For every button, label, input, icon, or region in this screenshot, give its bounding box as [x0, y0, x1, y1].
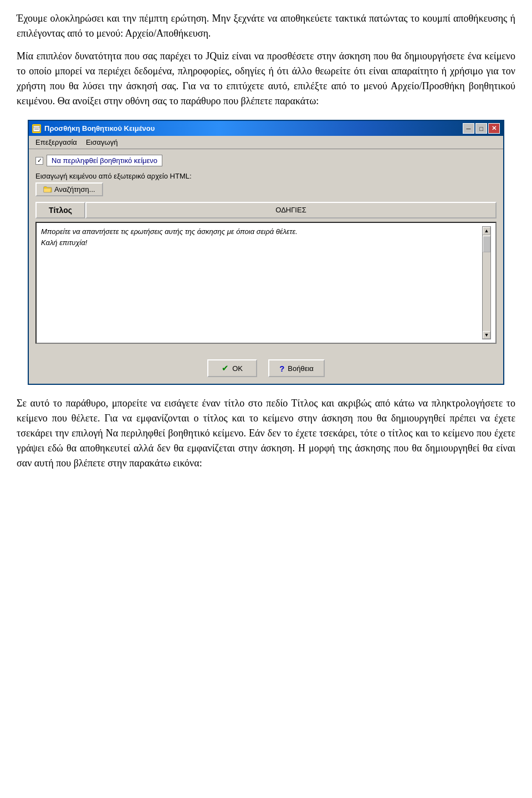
checkbox-label: Να περιληφθεί βοηθητικό κείμενο: [47, 155, 162, 166]
scrollbar-down-arrow[interactable]: ▼: [483, 331, 490, 339]
paragraph-2: Μία επιπλέον δυνατότητα που σας παρέχει …: [17, 49, 515, 109]
help-icon: ?: [279, 364, 284, 373]
ok-icon: ✔: [222, 363, 229, 373]
minimize-button[interactable]: ─: [463, 123, 474, 134]
folder-icon: [43, 186, 52, 194]
help-button-label: Βοήθεια: [288, 364, 314, 373]
odiges-label: ΟΔΗΓΙΕΣ: [85, 202, 497, 218]
checkbox-row: ✓ Να περιληφθεί βοηθητικό κείμενο: [35, 155, 497, 166]
html-import-label: Εισαγωγή κειμένου από εξωτερικό αρχείο H…: [35, 172, 192, 180]
svg-rect-2: [34, 129, 39, 130]
menu-item-edit[interactable]: Επεξεργασία: [31, 137, 81, 148]
help-button[interactable]: ? Βοήθεια: [268, 359, 325, 377]
dialog-footer: ✔ ΟΚ ? Βοήθεια: [29, 355, 503, 384]
titlebar-left: Προσθήκη Βοηθητικού Κειμένου: [32, 124, 155, 133]
titlebar-buttons[interactable]: ─ □ ✕: [463, 123, 500, 134]
html-import-row: Εισαγωγή κειμένου από εξωτερικό αρχείο H…: [35, 172, 497, 196]
title-odiges-row: Τίτλος ΟΔΗΓΙΕΣ: [35, 202, 497, 218]
dialog-body: ✓ Να περιληφθεί βοηθητικό κείμενο Εισαγω…: [29, 149, 503, 355]
ok-button[interactable]: ✔ ΟΚ: [207, 359, 257, 377]
menu-item-insert[interactable]: Εισαγωγή: [81, 137, 122, 148]
textarea-line2: Καλή επιτυχία!: [41, 238, 87, 247]
close-button[interactable]: ✕: [488, 123, 500, 134]
add-text-dialog: Προσθήκη Βοηθητικού Κειμένου ─ □ ✕ Επεξε…: [28, 120, 504, 385]
search-button[interactable]: Αναζήτηση...: [35, 182, 103, 196]
ok-button-label: ΟΚ: [232, 364, 243, 373]
dialog-menubar: Επεξεργασία Εισαγωγή: [29, 136, 503, 149]
scrollbar-thumb[interactable]: [483, 236, 490, 252]
paragraph-1: Έχουμε ολοκληρώσει και την πέμπτη ερώτησ…: [17, 11, 515, 41]
include-text-checkbox[interactable]: ✓: [35, 157, 43, 165]
dialog-title-text: Προσθήκη Βοηθητικού Κειμένου: [44, 124, 155, 133]
dialog-container: Προσθήκη Βοηθητικού Κειμένου ─ □ ✕ Επεξε…: [28, 120, 504, 385]
title-label: Τίτλος: [35, 202, 85, 218]
textarea-line1: Μπορείτε να απαντήσετε τις ερωτήσεις αυτ…: [41, 227, 298, 236]
text-area-container: Μπορείτε να απαντήσετε τις ερωτήσεις αυτ…: [35, 222, 497, 344]
text-area-content[interactable]: Μπορείτε να απαντήσετε τις ερωτήσεις αυτ…: [41, 226, 482, 339]
paragraph-3: Σε αυτό το παράθυρο, μπορείτε να εισάγετ…: [17, 396, 515, 471]
vertical-scrollbar[interactable]: ▲ ▼: [482, 226, 491, 339]
dialog-icon: [32, 124, 41, 133]
search-button-label: Αναζήτηση...: [54, 185, 95, 194]
scrollbar-up-arrow[interactable]: ▲: [483, 227, 490, 235]
maximize-button[interactable]: □: [475, 123, 487, 134]
dialog-titlebar: Προσθήκη Βοηθητικού Κειμένου ─ □ ✕: [29, 121, 503, 136]
